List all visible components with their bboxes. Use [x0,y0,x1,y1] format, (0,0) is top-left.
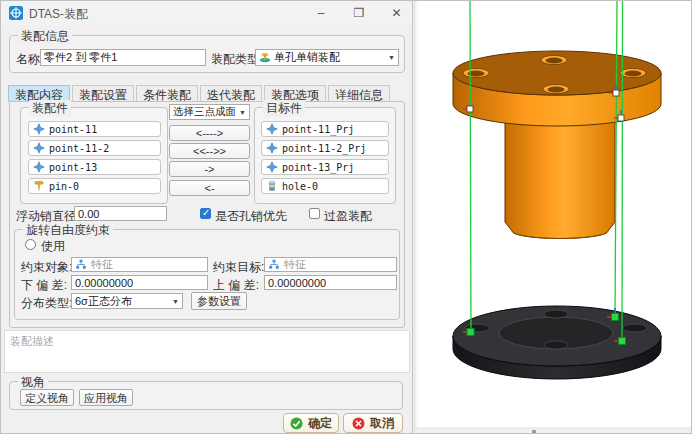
list-item-label: point-11 [49,124,97,135]
part-black-ring [453,306,661,379]
target-parts-legend: 目标件 [263,100,305,117]
tab-iterative-assembly[interactable]: 迭代装配 [200,85,262,102]
lower-deviation-input[interactable] [71,275,208,290]
hole-pin-priority-label: 是否孔销优先 [215,208,287,225]
use-radio-label: 使用 [41,238,65,255]
pin-icon [33,180,45,192]
assembly-dialog: DTAS-装配 – ❐ ✕ 装配信息 名称: 装配类型: 单孔单销装配 ▼ [1,1,413,434]
point-icon [33,161,45,173]
use-radio[interactable] [25,239,36,250]
tab-detail-info[interactable]: 详细信息 [328,85,390,102]
list-item-label: pin-0 [49,181,79,192]
list-item-label: point-13_Prj [282,162,354,173]
transfer-all-button[interactable]: <----> [169,125,250,141]
feature-icon [75,259,87,270]
constraint-object-label: 约束对象: [21,259,72,276]
hole-icon [266,180,278,192]
transfer-all-both-button[interactable]: <<-->> [169,143,250,159]
list-item-target-1[interactable]: point-11-2_Prj [261,140,389,156]
upper-deviation-input[interactable] [264,275,397,290]
ok-button-label: 确定 [308,415,332,432]
scene-3d [414,1,692,434]
parameter-settings-button[interactable]: 参数设置 [191,292,247,310]
title-bar[interactable]: DTAS-装配 – ❐ ✕ [1,1,412,25]
list-item-source-3[interactable]: pin-0 [28,178,161,194]
hole-pin-priority-checkbox[interactable] [200,208,211,219]
list-item-label: point-11_Prj [282,124,354,135]
list-item-target-3[interactable]: hole-0 [261,178,389,194]
assembly-type-icon [259,52,271,63]
constraint-object-placeholder: 特征 [91,257,113,272]
list-item-source-0[interactable]: point-11 [28,121,161,137]
constraint-target-label: 约束目标: [213,259,264,276]
assembly-info-legend: 装配信息 [18,28,72,45]
assembly-description-textarea[interactable]: 装配描述 [4,330,410,373]
chevron-down-icon: ▼ [388,54,395,61]
assembly-type-select[interactable]: 单孔单销装配 ▼ [255,49,399,66]
name-input[interactable] [40,49,206,66]
interference-fit-checkbox[interactable] [309,208,320,219]
assembly-type-value: 单孔单销装配 [274,50,340,65]
cancel-x-icon [352,417,365,430]
ok-button[interactable]: 确定 [283,413,339,433]
viewport-edge-shade [414,1,420,434]
list-item-source-2[interactable]: point-13 [28,159,161,175]
part-orange-flange [453,51,661,239]
feature-icon [268,259,280,270]
point-icon [266,142,278,154]
lower-deviation-label: 下 偏 差: [21,277,67,294]
point-icon [33,123,45,135]
apply-view-button[interactable]: 应用视角 [79,389,133,406]
source-parts-legend: 装配件 [29,100,71,117]
list-item-target-2[interactable]: point-13_Prj [261,159,389,175]
tab-condition-assembly[interactable]: 条件装配 [136,85,198,102]
constraint-object-field[interactable]: 特征 [71,257,208,272]
transfer-left-button[interactable]: <- [169,180,250,196]
point-icon [266,161,278,173]
list-item-label: point-11-2 [49,143,109,154]
close-button[interactable]: ✕ [380,1,413,25]
list-item-label: hole-0 [282,181,318,192]
ok-check-icon [290,417,303,430]
distribution-type-label: 分布类型: [21,295,72,312]
dtas-assembly-window: DTAS-装配 – ❐ ✕ 装配信息 名称: 装配类型: 单孔单销装配 ▼ [0,0,692,434]
distribution-type-select[interactable]: 6σ正态分布 ▼ [71,293,183,309]
float-pin-diameter-input[interactable] [74,206,167,221]
app-icon [9,6,23,20]
rotation-dof-legend: 旋转自由度约束 [23,222,113,239]
viewport-horizontal-scrollbar [414,428,692,434]
constraint-target-field[interactable]: 特征 [264,257,397,272]
viewport-3d[interactable] [414,1,692,434]
source-parts-group: 装配件 point-11 point-11-2 point-13 pin-0 [20,107,168,204]
interference-fit-label: 过盈装配 [324,208,372,225]
tab-page-assembly-content: 装配件 point-11 point-11-2 point-13 pin-0 [9,101,405,328]
three-point-plane-label: 选择三点成面 [173,105,236,119]
rotation-dof-group: 旋转自由度约束 使用 约束对象: 特征 约束目标: 特征 下 偏 差: 上 偏 … [14,229,400,320]
cancel-button-label: 取消 [370,415,394,432]
cancel-button[interactable]: 取消 [343,413,403,433]
distribution-type-value: 6σ正态分布 [75,294,132,309]
list-item-label: point-11-2_Prj [282,143,366,154]
list-item-label: point-13 [49,162,97,173]
minimize-button[interactable]: – [304,1,338,25]
assembly-info-group: 装配信息 名称: 装配类型: 单孔单销装配 ▼ [9,35,405,73]
transfer-right-button[interactable]: -> [169,161,250,177]
tab-assembly-settings[interactable]: 装配设置 [72,85,134,102]
define-view-button[interactable]: 定义视角 [20,389,74,406]
chevron-down-icon: ▼ [239,109,246,116]
chevron-down-icon: ▼ [172,298,179,305]
constraint-target-placeholder: 特征 [284,257,306,272]
view-angle-group: 视角 定义视角 应用视角 [9,381,403,410]
point-icon [33,142,45,154]
target-parts-group: 目标件 point-11_Prj point-11-2_Prj point-13… [254,107,396,204]
maximize-button[interactable]: ❐ [342,1,376,25]
list-item-source-1[interactable]: point-11-2 [28,140,161,156]
three-point-plane-select[interactable]: 选择三点成面 ▼ [169,104,250,120]
point-icon [266,123,278,135]
window-title: DTAS-装配 [29,6,88,23]
list-item-target-0[interactable]: point-11_Prj [261,121,389,137]
